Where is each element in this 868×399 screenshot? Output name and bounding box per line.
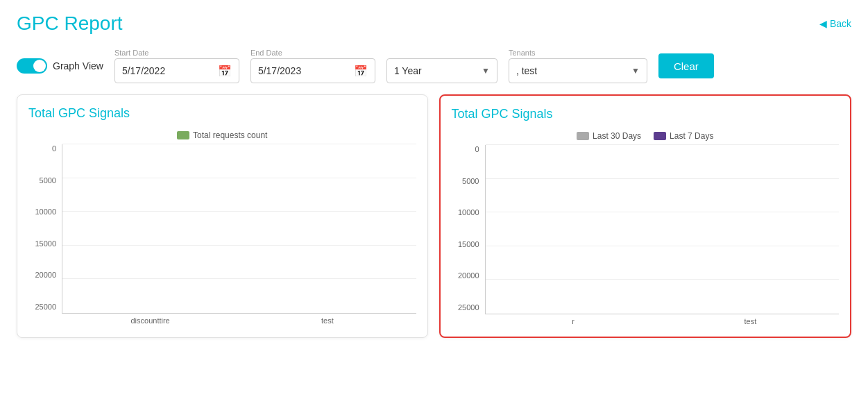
chart-left-x-axis: discounttire test [62, 316, 416, 325]
chart-left-legend: Total requests count [28, 130, 416, 140]
chart-right-area: Last 30 Days Last 7 Days 25000 20000 150… [452, 131, 840, 325]
back-link[interactable]: ◀ Back [819, 18, 851, 29]
chart-right-plot [485, 145, 840, 314]
x-label-discounttire: discounttire [62, 316, 239, 325]
chart-left-y-axis: 25000 20000 15000 10000 5000 0 [28, 144, 62, 325]
legend-item-last7: Last 7 Days [654, 131, 713, 141]
legend-swatch-last7 [654, 132, 666, 140]
back-label: Back [830, 18, 851, 29]
legend-label-last7: Last 7 Days [670, 131, 713, 141]
graph-view-toggle[interactable] [17, 58, 47, 74]
clear-button[interactable]: Clear [658, 53, 714, 78]
end-date-input[interactable] [258, 65, 354, 76]
chart-right-legend: Last 30 Days Last 7 Days [452, 131, 840, 141]
y-label-4: 20000 [28, 271, 56, 279]
toggle-thumb [33, 60, 46, 72]
chart-left-title: Total GPC Signals [28, 106, 416, 121]
duration-field: 1 Year 6 Months 3 Months 30 Days 7 Days … [386, 49, 497, 83]
legend-label-last30: Last 30 Days [593, 131, 641, 141]
start-date-label: Start Date [114, 49, 239, 57]
chart-left-plot [62, 144, 416, 314]
start-date-input[interactable] [122, 65, 218, 76]
tenants-label: Tenants [509, 49, 647, 57]
tenants-field: Tenants , test ▼ [509, 49, 647, 83]
end-date-input-wrapper[interactable]: 📅 [250, 58, 375, 83]
end-date-calendar-icon[interactable]: 📅 [354, 65, 368, 78]
duration-dropdown-wrapper[interactable]: 1 Year 6 Months 3 Months 30 Days 7 Days … [386, 58, 497, 83]
controls-row: Graph View Start Date 📅 End Date 📅 1 Yea… [0, 42, 868, 94]
legend-item-last30: Last 30 Days [577, 131, 641, 141]
y-label-r5: 25000 [452, 303, 479, 312]
duration-select[interactable]: 1 Year 6 Months 3 Months 30 Days 7 Days [394, 65, 482, 76]
chart-right-title: Total GPC Signals [452, 107, 840, 121]
x-label-test-right: test [662, 317, 839, 325]
tenants-dropdown-wrapper[interactable]: , test ▼ [509, 58, 647, 83]
y-label-3: 15000 [28, 239, 56, 248]
y-label-r0: 0 [452, 145, 479, 153]
legend-swatch-last30 [577, 132, 589, 140]
chart-left-grid: 25000 20000 15000 10000 5000 0 [28, 144, 416, 325]
legend-swatch-total [177, 131, 189, 139]
chart-right-bars [486, 145, 840, 314]
start-date-calendar-icon[interactable]: 📅 [218, 65, 232, 78]
tenants-select[interactable]: , test [516, 65, 631, 76]
chart-right-x-axis: r test [485, 317, 840, 325]
end-date-label: End Date [250, 49, 375, 57]
y-label-r2: 10000 [452, 208, 479, 217]
graph-view-toggle-wrapper: Graph View [17, 58, 103, 74]
tenants-dropdown-arrow: ▼ [631, 66, 640, 76]
chart-left-area: Total requests count 25000 20000 15000 1… [28, 130, 416, 325]
legend-label-total: Total requests count [193, 130, 267, 140]
y-label-r3: 15000 [452, 240, 479, 248]
chart-right: Total GPC Signals Last 30 Days Last 7 Da… [439, 94, 852, 338]
toggle-label: Graph View [53, 60, 103, 71]
duration-label [386, 49, 497, 57]
chart-right-y-axis: 25000 20000 15000 10000 5000 0 [452, 145, 485, 325]
legend-item-total: Total requests count [177, 130, 267, 140]
back-icon: ◀ [819, 18, 827, 29]
y-label-r4: 20000 [452, 271, 479, 280]
chart-left-bars [62, 144, 416, 313]
y-label-2: 10000 [28, 207, 56, 216]
page-title: GPC Report [17, 12, 123, 35]
chart-left: Total GPC Signals Total requests count 2… [17, 94, 428, 338]
x-label-r: r [485, 317, 662, 325]
start-date-field: Start Date 📅 [114, 49, 239, 83]
chart-right-grid: 25000 20000 15000 10000 5000 0 [452, 145, 840, 325]
page-header: GPC Report ◀ Back [0, 0, 868, 42]
y-label-5: 25000 [28, 303, 56, 311]
charts-row: Total GPC Signals Total requests count 2… [0, 94, 868, 355]
y-label-1: 5000 [28, 176, 56, 185]
end-date-field: End Date 📅 [250, 49, 375, 83]
x-label-test-left: test [239, 316, 416, 325]
y-label-0: 0 [28, 144, 56, 153]
duration-dropdown-arrow: ▼ [482, 66, 490, 76]
start-date-input-wrapper[interactable]: 📅 [114, 58, 239, 83]
y-label-r1: 5000 [452, 177, 479, 185]
